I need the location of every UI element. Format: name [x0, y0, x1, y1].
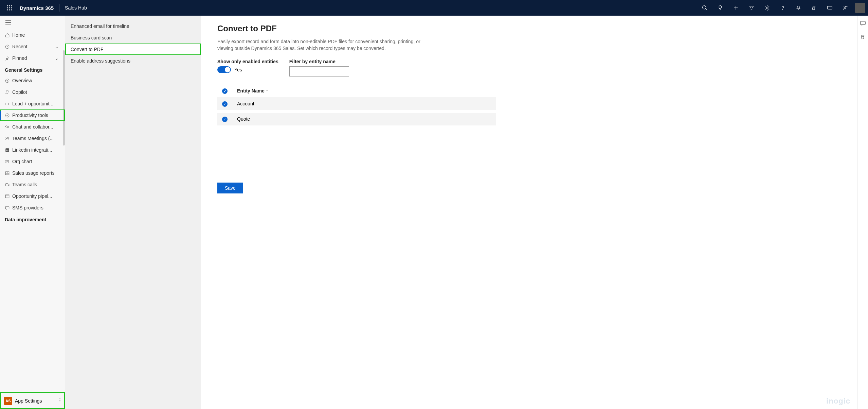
save-button[interactable]: Save: [217, 183, 243, 193]
bell-icon[interactable]: [791, 0, 806, 16]
add-icon[interactable]: [728, 0, 744, 16]
sp-item-business-card[interactable]: Business card scan: [65, 32, 201, 44]
sidebar-item-label: Sales usage reports: [12, 170, 60, 176]
sp-item-address-suggestions[interactable]: Enable address suggestions: [65, 55, 201, 67]
sp-item-enhanced-email[interactable]: Enhanced email for timeline: [65, 20, 201, 32]
app-selector-footer: AS App Settings ˄˅: [0, 392, 65, 409]
sidebar-item-linkedin[interactable]: in Linkedin integrati...: [0, 144, 65, 156]
svg-rect-16: [827, 6, 832, 9]
content-area: Convert to PDF Easily export record and …: [201, 16, 857, 409]
enabled-entities-toggle[interactable]: [217, 66, 231, 73]
page-description: Easily export record and form data into …: [217, 38, 428, 52]
home-icon: [5, 33, 12, 38]
sidebar-item-label: Opportunity pipel...: [12, 193, 60, 199]
app-launcher-icon[interactable]: [3, 5, 16, 11]
select-all-checkbox[interactable]: ✓: [222, 88, 228, 94]
sp-item-convert-pdf[interactable]: Convert to PDF: [65, 44, 201, 55]
orgchart-icon: [5, 159, 12, 164]
chevron-down-icon: ⌄: [55, 44, 60, 49]
svg-point-6: [7, 10, 8, 11]
svg-rect-38: [5, 183, 8, 186]
svg-point-7: [9, 10, 10, 11]
topbar: Dynamics 365 Sales Hub: [0, 0, 868, 16]
filter-label: Filter by entity name: [289, 59, 349, 64]
sidebar-item-label: Productivity tools: [12, 113, 60, 118]
page-title: Convert to PDF: [217, 24, 841, 33]
svg-point-2: [11, 5, 12, 6]
sidebar-item-teams-meetings[interactable]: Teams Meetings (...: [0, 133, 65, 144]
row-checkbox[interactable]: ✓: [222, 117, 228, 122]
chat-panel-icon[interactable]: [860, 20, 866, 27]
productivity-icon: [5, 113, 12, 118]
svg-point-31: [7, 137, 9, 139]
app-selector-badge: AS: [4, 397, 12, 405]
sp-item-label: Convert to PDF: [71, 47, 103, 52]
svg-rect-39: [5, 195, 9, 198]
table-row[interactable]: ✓ Quote: [217, 112, 496, 127]
watermark: inogic: [826, 397, 850, 406]
gear-icon[interactable]: [759, 0, 775, 16]
svg-point-17: [844, 6, 846, 7]
sidebar-section-data: Data improvement: [0, 214, 65, 224]
app-selector[interactable]: AS App Settings ˄˅: [3, 395, 62, 406]
avatar[interactable]: [855, 3, 865, 13]
sidebar-item-recent[interactable]: Recent ⌄: [0, 41, 65, 52]
brand-label[interactable]: Dynamics 365: [16, 5, 57, 11]
calls-icon: [5, 182, 12, 187]
svg-point-14: [766, 7, 768, 8]
chevron-down-icon: ⌄: [55, 55, 60, 61]
main-area: Home Recent ⌄ Pinned ⌄ General Settings …: [0, 16, 868, 409]
help-icon[interactable]: [775, 0, 791, 16]
svg-point-0: [7, 5, 8, 6]
lead-icon: [5, 101, 12, 106]
filter-input[interactable]: [289, 66, 349, 76]
svg-point-24: [5, 79, 9, 83]
sidebar-item-copilot[interactable]: Copilot: [0, 86, 65, 98]
sidebar-item-opportunity-pipeline[interactable]: Opportunity pipel...: [0, 190, 65, 202]
teams-icon: [5, 136, 12, 141]
svg-point-1: [9, 5, 10, 6]
sidebar-item-teams-calls[interactable]: Teams calls: [0, 179, 65, 190]
svg-point-4: [9, 7, 10, 8]
svg-point-35: [7, 160, 8, 161]
sidebar-item-lead[interactable]: Lead + opportunit...: [0, 98, 65, 109]
svg-point-3: [7, 7, 8, 8]
copilot-icon[interactable]: [806, 0, 822, 16]
pipeline-icon: [5, 194, 12, 199]
entity-cell: Quote: [232, 112, 496, 127]
svg-point-36: [8, 160, 9, 161]
sidebar-item-orgchart[interactable]: Org chart: [0, 156, 65, 167]
screen-icon[interactable]: [822, 0, 837, 16]
svg-rect-26: [5, 103, 8, 105]
overview-icon: [5, 78, 12, 83]
table-row[interactable]: ✓ Account: [217, 97, 496, 112]
sidebar-item-pinned[interactable]: Pinned ⌄: [0, 52, 65, 64]
person-icon[interactable]: [837, 0, 853, 16]
sidebar-item-productivity-tools[interactable]: Productivity tools: [0, 109, 65, 121]
sidebar-item-label: Teams Meetings (...: [12, 136, 60, 141]
sidebar-item-sales-usage[interactable]: Sales usage reports: [0, 167, 65, 179]
sidebar-item-home[interactable]: Home: [0, 29, 65, 41]
sidebar-section-general: General Settings: [0, 64, 65, 75]
app-name-label[interactable]: Sales Hub: [61, 5, 90, 11]
filter-icon[interactable]: [744, 0, 759, 16]
sidebar-item-label: Chat and collabor...: [12, 124, 60, 130]
sidebar-item-label: Recent: [12, 44, 55, 49]
search-icon[interactable]: [697, 0, 712, 16]
sidebar-item-label: Pinned: [12, 55, 55, 61]
svg-line-10: [706, 9, 707, 10]
linkedin-icon: in: [5, 148, 12, 153]
copilot-panel-icon[interactable]: [860, 34, 866, 40]
lightbulb-icon[interactable]: [712, 0, 728, 16]
sidebar-item-label: Teams calls: [12, 182, 60, 187]
sidebar-item-label: Home: [12, 32, 60, 38]
sidebar-item-sms[interactable]: SMS providers: [0, 202, 65, 214]
sidebar-item-label: Copilot: [12, 89, 60, 95]
sidebar-item-overview[interactable]: Overview: [0, 75, 65, 86]
svg-point-27: [5, 114, 9, 117]
sidebar-item-chat[interactable]: Chat and collabor...: [0, 121, 65, 133]
row-checkbox[interactable]: ✓: [222, 101, 228, 107]
svg-point-28: [5, 125, 7, 127]
column-header-entity[interactable]: Entity Name↑: [232, 85, 496, 98]
hamburger-icon[interactable]: [0, 16, 65, 29]
